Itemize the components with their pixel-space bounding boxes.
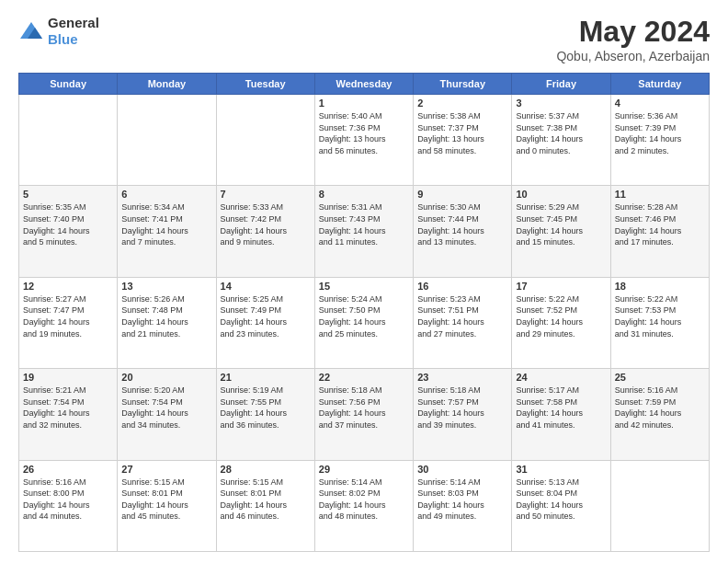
page: General Blue May 2024 Qobu, Abseron, Aze…	[0, 0, 728, 563]
column-header-tuesday: Tuesday	[216, 74, 314, 95]
calendar-cell: 18Sunrise: 5:22 AMSunset: 7:53 PMDayligh…	[610, 277, 709, 368]
calendar-cell: 30Sunrise: 5:14 AMSunset: 8:03 PMDayligh…	[414, 460, 512, 551]
calendar-cell: 11Sunrise: 5:28 AMSunset: 7:46 PMDayligh…	[610, 186, 709, 277]
day-number: 19	[23, 372, 113, 383]
day-info: Sunrise: 5:38 AMSunset: 7:37 PMDaylight:…	[417, 110, 507, 156]
column-header-friday: Friday	[512, 74, 610, 95]
day-number: 2	[417, 98, 507, 109]
day-number: 20	[121, 372, 211, 383]
calendar-cell: 1Sunrise: 5:40 AMSunset: 7:36 PMDaylight…	[314, 95, 413, 186]
calendar-cell	[118, 95, 216, 186]
day-info: Sunrise: 5:14 AMSunset: 8:03 PMDaylight:…	[417, 477, 507, 523]
day-number: 26	[23, 464, 113, 475]
day-info: Sunrise: 5:14 AMSunset: 8:02 PMDaylight:…	[319, 477, 409, 523]
day-number: 3	[516, 98, 606, 109]
day-number: 5	[23, 189, 113, 200]
logo: General Blue	[18, 15, 99, 48]
day-number: 9	[417, 189, 507, 200]
day-number: 25	[615, 372, 705, 383]
calendar-cell: 15Sunrise: 5:24 AMSunset: 7:50 PMDayligh…	[314, 277, 413, 368]
calendar-cell: 19Sunrise: 5:21 AMSunset: 7:54 PMDayligh…	[19, 369, 118, 460]
logo-icon	[18, 20, 44, 42]
day-number: 7	[221, 189, 311, 200]
day-info: Sunrise: 5:29 AMSunset: 7:45 PMDaylight:…	[516, 201, 606, 247]
calendar-cell: 9Sunrise: 5:30 AMSunset: 7:44 PMDaylight…	[414, 186, 512, 277]
calendar-cell: 29Sunrise: 5:14 AMSunset: 8:02 PMDayligh…	[314, 460, 413, 551]
day-number: 12	[23, 281, 113, 292]
day-number: 16	[417, 281, 507, 292]
day-number: 15	[319, 281, 409, 292]
day-number: 30	[417, 464, 507, 475]
calendar-week-row: 1Sunrise: 5:40 AMSunset: 7:36 PMDaylight…	[19, 95, 710, 186]
calendar-cell: 12Sunrise: 5:27 AMSunset: 7:47 PMDayligh…	[19, 277, 118, 368]
day-info: Sunrise: 5:19 AMSunset: 7:55 PMDaylight:…	[221, 385, 311, 431]
calendar-cell	[216, 95, 314, 186]
column-header-sunday: Sunday	[19, 74, 118, 95]
day-number: 10	[516, 189, 606, 200]
calendar-week-row: 19Sunrise: 5:21 AMSunset: 7:54 PMDayligh…	[19, 369, 710, 460]
day-info: Sunrise: 5:28 AMSunset: 7:46 PMDaylight:…	[615, 201, 705, 247]
calendar-cell: 17Sunrise: 5:22 AMSunset: 7:52 PMDayligh…	[512, 277, 610, 368]
subtitle: Qobu, Abseron, Azerbaijan	[556, 49, 710, 63]
calendar-cell: 7Sunrise: 5:33 AMSunset: 7:42 PMDaylight…	[216, 186, 314, 277]
day-number: 27	[121, 464, 211, 475]
day-info: Sunrise: 5:16 AMSunset: 7:59 PMDaylight:…	[615, 385, 705, 431]
calendar-cell: 10Sunrise: 5:29 AMSunset: 7:45 PMDayligh…	[512, 186, 610, 277]
calendar-cell: 6Sunrise: 5:34 AMSunset: 7:41 PMDaylight…	[118, 186, 216, 277]
calendar-cell: 26Sunrise: 5:16 AMSunset: 8:00 PMDayligh…	[19, 460, 118, 551]
header: General Blue May 2024 Qobu, Abseron, Aze…	[18, 15, 710, 63]
day-info: Sunrise: 5:18 AMSunset: 7:57 PMDaylight:…	[417, 385, 507, 431]
column-header-thursday: Thursday	[414, 74, 512, 95]
day-info: Sunrise: 5:33 AMSunset: 7:42 PMDaylight:…	[221, 201, 311, 247]
day-info: Sunrise: 5:26 AMSunset: 7:48 PMDaylight:…	[121, 293, 211, 339]
day-info: Sunrise: 5:22 AMSunset: 7:53 PMDaylight:…	[615, 293, 705, 339]
day-info: Sunrise: 5:37 AMSunset: 7:38 PMDaylight:…	[516, 110, 606, 156]
day-number: 29	[319, 464, 409, 475]
calendar-cell: 31Sunrise: 5:13 AMSunset: 8:04 PMDayligh…	[512, 460, 610, 551]
day-info: Sunrise: 5:21 AMSunset: 7:54 PMDaylight:…	[23, 385, 113, 431]
day-info: Sunrise: 5:15 AMSunset: 8:01 PMDaylight:…	[121, 477, 211, 523]
day-info: Sunrise: 5:36 AMSunset: 7:39 PMDaylight:…	[615, 110, 705, 156]
day-info: Sunrise: 5:35 AMSunset: 7:40 PMDaylight:…	[23, 201, 113, 247]
day-info: Sunrise: 5:27 AMSunset: 7:47 PMDaylight:…	[23, 293, 113, 339]
title-block: May 2024 Qobu, Abseron, Azerbaijan	[556, 15, 710, 63]
day-number: 23	[417, 372, 507, 383]
day-number: 18	[615, 281, 705, 292]
day-number: 21	[221, 372, 311, 383]
day-info: Sunrise: 5:31 AMSunset: 7:43 PMDaylight:…	[319, 201, 409, 247]
day-info: Sunrise: 5:30 AMSunset: 7:44 PMDaylight:…	[417, 201, 507, 247]
day-info: Sunrise: 5:20 AMSunset: 7:54 PMDaylight:…	[121, 385, 211, 431]
day-number: 24	[516, 372, 606, 383]
calendar-cell	[19, 95, 118, 186]
day-number: 1	[319, 98, 409, 109]
calendar-cell: 28Sunrise: 5:15 AMSunset: 8:01 PMDayligh…	[216, 460, 314, 551]
day-info: Sunrise: 5:13 AMSunset: 8:04 PMDaylight:…	[516, 477, 606, 523]
calendar-cell: 25Sunrise: 5:16 AMSunset: 7:59 PMDayligh…	[610, 369, 709, 460]
day-info: Sunrise: 5:22 AMSunset: 7:52 PMDaylight:…	[516, 293, 606, 339]
calendar-cell: 20Sunrise: 5:20 AMSunset: 7:54 PMDayligh…	[118, 369, 216, 460]
calendar-header-row: SundayMondayTuesdayWednesdayThursdayFrid…	[19, 74, 710, 95]
day-number: 4	[615, 98, 705, 109]
day-number: 17	[516, 281, 606, 292]
day-info: Sunrise: 5:17 AMSunset: 7:58 PMDaylight:…	[516, 385, 606, 431]
calendar-week-row: 26Sunrise: 5:16 AMSunset: 8:00 PMDayligh…	[19, 460, 710, 551]
day-info: Sunrise: 5:34 AMSunset: 7:41 PMDaylight:…	[121, 201, 211, 247]
day-number: 28	[221, 464, 311, 475]
calendar-table: SundayMondayTuesdayWednesdayThursdayFrid…	[18, 73, 710, 552]
day-info: Sunrise: 5:24 AMSunset: 7:50 PMDaylight:…	[319, 293, 409, 339]
calendar-cell: 21Sunrise: 5:19 AMSunset: 7:55 PMDayligh…	[216, 369, 314, 460]
column-header-wednesday: Wednesday	[314, 74, 413, 95]
day-number: 11	[615, 189, 705, 200]
calendar-cell: 27Sunrise: 5:15 AMSunset: 8:01 PMDayligh…	[118, 460, 216, 551]
calendar-cell: 4Sunrise: 5:36 AMSunset: 7:39 PMDaylight…	[610, 95, 709, 186]
calendar-cell: 8Sunrise: 5:31 AMSunset: 7:43 PMDaylight…	[314, 186, 413, 277]
day-info: Sunrise: 5:15 AMSunset: 8:01 PMDaylight:…	[221, 477, 311, 523]
day-number: 31	[516, 464, 606, 475]
day-number: 14	[221, 281, 311, 292]
calendar-week-row: 5Sunrise: 5:35 AMSunset: 7:40 PMDaylight…	[19, 186, 710, 277]
logo-text: General Blue	[48, 15, 99, 48]
calendar-cell	[610, 460, 709, 551]
calendar-cell: 16Sunrise: 5:23 AMSunset: 7:51 PMDayligh…	[414, 277, 512, 368]
day-number: 13	[121, 281, 211, 292]
day-number: 22	[319, 372, 409, 383]
